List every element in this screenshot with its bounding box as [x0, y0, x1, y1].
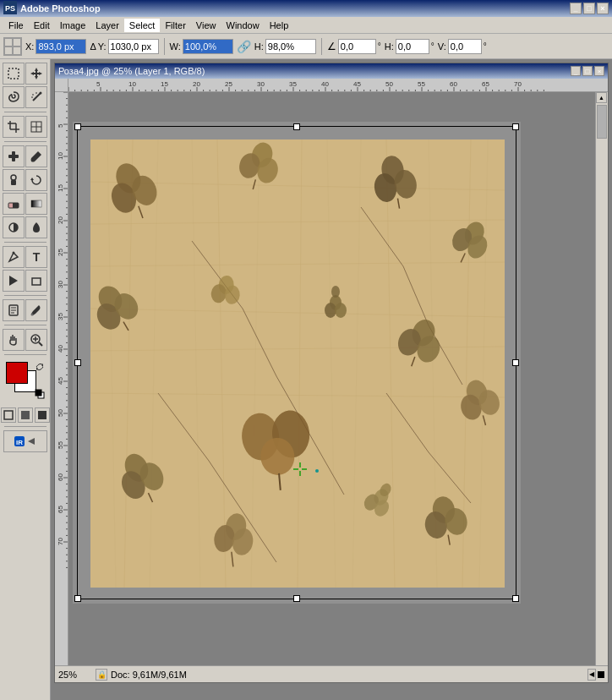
jump-to-imageready[interactable]: IR	[3, 430, 47, 452]
standard-screen-btn[interactable]	[1, 407, 16, 423]
handle-bm[interactable]	[293, 595, 300, 602]
crop-tool[interactable]	[3, 116, 25, 138]
swap-colors-icon[interactable]	[35, 362, 45, 374]
menu-select[interactable]: Select	[124, 19, 161, 32]
close-button[interactable]: ×	[597, 3, 609, 14]
skew-h-input[interactable]	[396, 39, 429, 54]
tool-row-9	[3, 270, 47, 292]
menu-edit[interactable]: Edit	[29, 19, 55, 32]
minimize-button[interactable]: _	[570, 3, 582, 14]
status-arrows[interactable]: ◀	[587, 669, 604, 681]
handle-ml[interactable]	[74, 359, 81, 366]
menu-bar: File Edit Image Layer Select Filter View…	[0, 17, 612, 34]
menu-file[interactable]: File	[3, 19, 29, 32]
delta-symbol: Δ	[90, 41, 96, 52]
ruler-v-area: ▲ ▼ ◀ ▶	[55, 92, 608, 682]
lasso-tool[interactable]	[3, 86, 25, 108]
menu-image[interactable]: Image	[55, 19, 91, 32]
eraser-tool[interactable]	[3, 193, 25, 215]
doc-close-btn[interactable]: ×	[594, 66, 604, 76]
tool-row-8: T	[3, 246, 47, 268]
zoom-tool[interactable]	[25, 329, 47, 351]
skew-v-input[interactable]	[448, 39, 482, 54]
y-input[interactable]	[108, 39, 159, 54]
doc-title-buttons[interactable]: _ □ ×	[571, 66, 604, 76]
screen-mode-buttons	[1, 407, 50, 423]
status-prev-btn[interactable]: ◀	[587, 669, 596, 681]
maximize-button[interactable]: □	[583, 3, 595, 14]
deg-symbol-2: °	[431, 41, 434, 51]
tool-row-7	[3, 216, 47, 238]
healing-tool[interactable]	[3, 145, 25, 167]
history-brush-tool[interactable]	[25, 169, 47, 191]
menu-layer[interactable]: Layer	[90, 19, 124, 32]
svg-text:PS: PS	[5, 4, 15, 13]
menu-help[interactable]: Help	[265, 19, 294, 32]
notes-tool[interactable]	[3, 299, 25, 321]
svg-point-32	[31, 314, 34, 316]
default-colors-icon[interactable]	[35, 389, 45, 401]
handle-bl[interactable]	[74, 595, 81, 602]
pen-tool[interactable]	[3, 246, 25, 268]
doc-minimize-btn[interactable]: _	[571, 66, 581, 76]
dodge-tool[interactable]	[3, 216, 25, 238]
tool-sep-7	[4, 426, 46, 427]
menu-filter[interactable]: Filter	[160, 19, 190, 32]
w-input[interactable]	[183, 39, 233, 54]
burn-tool[interactable]	[25, 216, 47, 238]
title-bar-buttons[interactable]: _ □ ×	[570, 3, 609, 14]
menu-view[interactable]: View	[191, 19, 221, 32]
svg-point-18	[11, 175, 16, 180]
y-label: Y:	[98, 41, 107, 52]
canvas-viewport[interactable]: ▲ ▼ ◀ ▶	[68, 92, 608, 682]
path-select-tool[interactable]	[3, 270, 25, 292]
stamp-tool[interactable]	[3, 169, 25, 191]
menu-window[interactable]: Window	[221, 19, 265, 32]
full-screen-btn[interactable]	[35, 407, 50, 423]
svg-line-34	[39, 342, 42, 346]
magic-wand-tool[interactable]	[25, 86, 47, 108]
foreground-color-swatch[interactable]	[6, 362, 28, 384]
svg-point-8	[40, 92, 42, 95]
eyedropper-tool[interactable]	[25, 299, 47, 321]
brush-tool[interactable]	[25, 145, 47, 167]
type-tool[interactable]: T	[25, 246, 47, 268]
scroll-up-btn[interactable]: ▲	[596, 92, 607, 103]
handle-mr[interactable]	[512, 359, 519, 366]
tool-sep-2	[4, 141, 46, 142]
move-tool[interactable]	[25, 63, 47, 85]
handle-br[interactable]	[512, 595, 519, 602]
doc-size-info: Doc: 9,61M/9,61M	[111, 670, 584, 680]
ruler-corner	[55, 79, 68, 92]
h-input[interactable]	[265, 39, 316, 54]
doc-maximize-btn[interactable]: □	[582, 66, 593, 76]
tool-row-2	[3, 86, 47, 108]
handle-tm[interactable]	[293, 123, 300, 130]
full-screen-menu-btn[interactable]	[18, 407, 33, 423]
angle-input[interactable]	[338, 39, 376, 54]
type-icon: T	[33, 250, 41, 264]
color-swatch-area[interactable]	[6, 362, 45, 401]
photo-image	[90, 139, 505, 588]
handle-tl[interactable]	[74, 123, 81, 130]
gradient-tool[interactable]	[25, 193, 47, 215]
handle-tr[interactable]	[512, 123, 519, 130]
ruler-top	[55, 79, 608, 92]
marquee-tool[interactable]	[3, 63, 25, 85]
link-icon: 🔗	[237, 40, 251, 53]
svg-marker-3	[30, 68, 42, 79]
doc-title-bar: Роза4.jpg @ 25% (Layer 1, RGB/8) _ □ ×	[55, 63, 608, 79]
tool-sep-5	[4, 325, 46, 325]
angle-field: ∠ °	[327, 39, 381, 54]
shape-tool[interactable]	[25, 270, 47, 292]
slice-tool[interactable]	[25, 116, 47, 138]
scroll-thumb-v[interactable]	[597, 105, 607, 139]
transform-options-icon	[3, 37, 22, 56]
svg-marker-20	[30, 178, 34, 180]
hand-tool[interactable]	[3, 329, 25, 351]
scrollbar-vertical[interactable]: ▲ ▼	[595, 92, 608, 682]
svg-marker-26	[9, 276, 18, 286]
x-input[interactable]	[36, 39, 86, 54]
skew-v-field: V: °	[438, 39, 487, 54]
doc-content: ▲ ▼ ◀ ▶	[55, 79, 608, 682]
